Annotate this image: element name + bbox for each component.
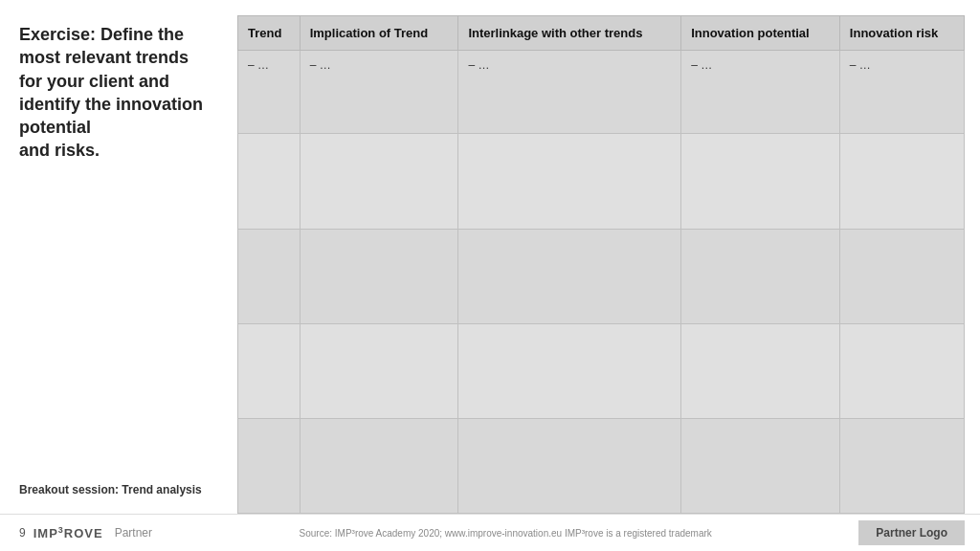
table-cell: – … bbox=[839, 51, 964, 134]
col-header-trend: Trend bbox=[238, 16, 301, 51]
exercise-title: Exercise: Define the most relevant trend… bbox=[19, 23, 211, 163]
partner-logo: Partner Logo bbox=[858, 520, 965, 545]
main-content: Trend Implication of Trend Interlinkage … bbox=[230, 0, 980, 514]
partner-label: Partner bbox=[115, 526, 152, 540]
footer: 9 IMP3ROVE Partner Source: IMP³rove Acad… bbox=[0, 514, 980, 551]
table-cell bbox=[458, 418, 681, 513]
table-cell bbox=[238, 418, 301, 513]
logo: IMP3ROVE bbox=[33, 525, 103, 540]
page-number: 9 bbox=[19, 526, 26, 540]
table-cell bbox=[681, 229, 840, 323]
breakout-label: Breakout session: Trend analysis bbox=[19, 482, 211, 498]
table-row bbox=[238, 229, 965, 323]
table-cell bbox=[238, 229, 301, 323]
table-cell: – … bbox=[238, 51, 301, 134]
table-cell bbox=[300, 418, 458, 513]
table-row bbox=[238, 418, 965, 513]
col-header-interlinkage: Interlinkage with other trends bbox=[458, 16, 681, 51]
table-row: – …– …– …– …– … bbox=[238, 51, 965, 134]
table-cell: – … bbox=[458, 51, 681, 134]
footer-source: Source: IMP³rove Academy 2020; www.impro… bbox=[152, 528, 858, 539]
table-cell bbox=[681, 418, 840, 513]
table-row bbox=[238, 134, 965, 229]
col-header-innovation-risk: Innovation risk bbox=[839, 16, 964, 51]
table-cell bbox=[681, 323, 840, 418]
table-row bbox=[238, 323, 965, 418]
table-cell bbox=[300, 323, 458, 418]
table-cell bbox=[458, 323, 681, 418]
table-cell bbox=[839, 418, 964, 513]
trend-table: Trend Implication of Trend Interlinkage … bbox=[237, 15, 965, 514]
sidebar: Exercise: Define the most relevant trend… bbox=[0, 0, 230, 514]
table-cell bbox=[300, 229, 458, 323]
table-cell bbox=[238, 134, 301, 229]
table-header-row: Trend Implication of Trend Interlinkage … bbox=[238, 16, 965, 51]
table-cell bbox=[839, 134, 964, 229]
table-cell bbox=[238, 323, 301, 418]
table-cell bbox=[839, 323, 964, 418]
table-cell bbox=[300, 134, 458, 229]
footer-left: 9 IMP3ROVE Partner bbox=[19, 525, 152, 540]
col-header-innovation-potential: Innovation potential bbox=[681, 16, 840, 51]
table-cell: – … bbox=[300, 51, 458, 134]
table-cell bbox=[681, 134, 840, 229]
table-cell bbox=[839, 229, 964, 323]
table-cell bbox=[458, 229, 681, 323]
table-cell bbox=[458, 134, 681, 229]
table-cell: – … bbox=[681, 51, 840, 134]
col-header-implication: Implication of Trend bbox=[300, 16, 458, 51]
